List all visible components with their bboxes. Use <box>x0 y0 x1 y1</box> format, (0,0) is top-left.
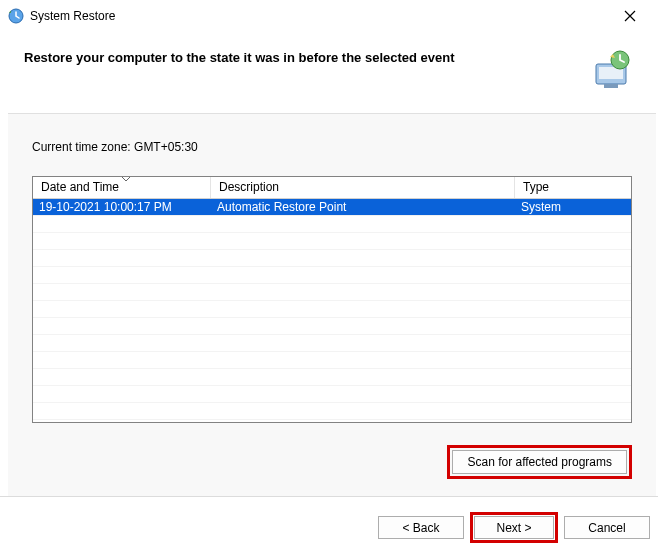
table-row <box>33 335 631 352</box>
restore-points-table: Date and Time Description Type 19-10-202… <box>32 176 632 423</box>
close-icon <box>624 10 636 22</box>
cancel-button[interactable]: Cancel <box>564 516 650 539</box>
table-row <box>33 352 631 369</box>
window-title: System Restore <box>30 9 115 23</box>
column-label: Type <box>523 180 549 194</box>
table-row <box>33 216 631 233</box>
system-restore-icon <box>8 8 24 24</box>
column-label: Date and Time <box>41 180 119 194</box>
svg-rect-3 <box>604 84 618 88</box>
restore-hero-icon <box>590 50 634 90</box>
cell-type: System <box>515 199 631 215</box>
table-row <box>33 386 631 403</box>
column-header-datetime[interactable]: Date and Time <box>33 177 211 198</box>
table-row <box>33 267 631 284</box>
highlight-annotation: Scan for affected programs <box>447 445 632 479</box>
table-row <box>33 301 631 318</box>
column-header-type[interactable]: Type <box>515 177 631 198</box>
column-header-description[interactable]: Description <box>211 177 515 198</box>
content-panel: Current time zone: GMT+05:30 Date and Ti… <box>8 113 656 496</box>
table-row[interactable]: 19-10-2021 10:00:17 PMAutomatic Restore … <box>33 199 631 216</box>
close-button[interactable] <box>610 2 650 30</box>
table-header: Date and Time Description Type <box>33 177 631 199</box>
next-button[interactable]: Next > <box>474 516 554 539</box>
table-row <box>33 318 631 335</box>
column-label: Description <box>219 180 279 194</box>
titlebar: System Restore <box>0 0 658 32</box>
table-row <box>33 403 631 420</box>
table-row <box>33 233 631 250</box>
timezone-label: Current time zone: GMT+05:30 <box>32 140 632 154</box>
highlight-annotation: Next > <box>470 512 558 543</box>
cell-description: Automatic Restore Point <box>211 199 515 215</box>
header-area: Restore your computer to the state it wa… <box>0 32 658 102</box>
header-text: Restore your computer to the state it wa… <box>24 50 580 65</box>
footer-buttons: < Back Next > Cancel <box>0 496 658 558</box>
cell-datetime: 19-10-2021 10:00:17 PM <box>33 199 211 215</box>
table-body: 19-10-2021 10:00:17 PMAutomatic Restore … <box>33 199 631 420</box>
table-row <box>33 250 631 267</box>
table-row <box>33 284 631 301</box>
back-button[interactable]: < Back <box>378 516 464 539</box>
scan-affected-programs-button[interactable]: Scan for affected programs <box>452 450 627 474</box>
sort-caret-icon <box>121 176 131 182</box>
table-row <box>33 369 631 386</box>
